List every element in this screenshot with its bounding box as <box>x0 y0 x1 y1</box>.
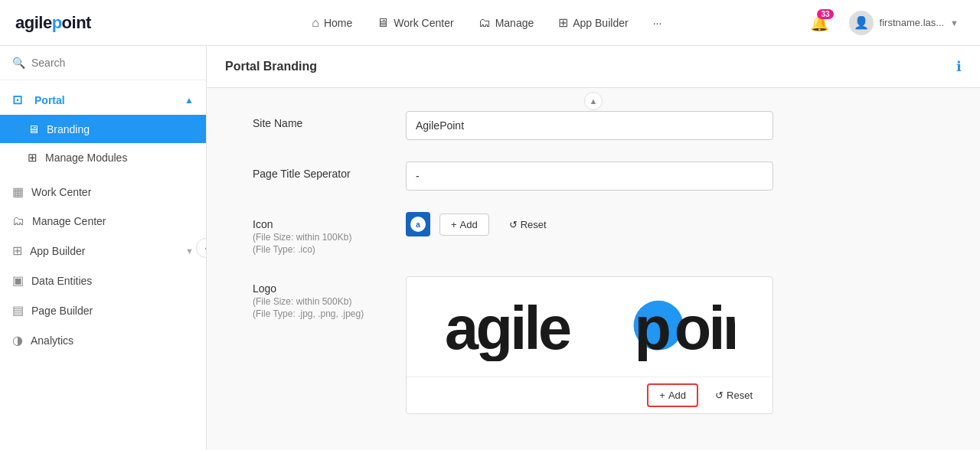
nav-right: 🔔 33 👤 firstname.las... ▼ <box>805 8 965 38</box>
site-name-label: Site Name <box>253 111 390 129</box>
notification-badge: 33 <box>817 9 833 19</box>
page-title-sep-row: Page Title Seperator <box>253 161 850 191</box>
icon-file-type: (File Type: .ico) <box>253 244 315 255</box>
modules-icon: ⊞ <box>28 151 38 165</box>
portal-icon: ⊡ <box>12 93 22 107</box>
chevron-down-icon: ▼ <box>950 18 959 28</box>
icon-controls: a + Add ↺ Reset <box>406 212 557 236</box>
nav-home[interactable]: ⌂ Home <box>301 10 363 36</box>
grid-icon: ⊞ <box>558 15 568 30</box>
user-menu[interactable]: 👤 firstname.las... ▼ <box>843 8 965 38</box>
sidebar-item-branding[interactable]: 🖥 Branding <box>0 115 206 143</box>
page-title-sep-input[interactable] <box>406 161 773 191</box>
nav-home-label: Home <box>324 17 352 29</box>
site-name-input[interactable] <box>406 111 773 140</box>
search-icon: 🔍 <box>12 57 25 69</box>
icon-row: Icon (File Size: within 100Kb) (File Typ… <box>253 212 850 255</box>
sidebar: 🔍 ⊡ Portal ▲ 🖥 Branding ⊞ Manage Modules <box>0 46 207 450</box>
icon-preview-inner: a <box>410 217 426 232</box>
work-center-icon: ▦ <box>12 184 24 199</box>
logo-image-area: agile p oint <box>407 277 773 377</box>
logo-reset-label: Reset <box>727 390 753 401</box>
logo-actions: + Add ↺ Reset <box>407 377 773 413</box>
chevron-up-icon: ▲ <box>185 95 194 106</box>
logo-file-size: (File Size: within 500Kb) <box>253 296 351 307</box>
manage-center-label: Manage Center <box>32 215 106 227</box>
nav-center: ⌂ Home 🖥 Work Center 🗂 Manage ⊞ App Buil… <box>168 9 805 36</box>
sidebar-portal-group[interactable]: ⊡ Portal ▲ <box>0 85 206 115</box>
reset-icon: ↺ <box>509 219 518 230</box>
content-area: ▲ Portal Branding ℹ Site Name Page Title… <box>207 46 980 450</box>
chevron-down-icon: ▼ <box>185 246 194 256</box>
logo-reset-button[interactable]: ↺ Reset <box>704 385 763 406</box>
work-center-label: Work Center <box>31 186 91 198</box>
nav-work-center-label: Work Center <box>394 17 453 29</box>
site-name-row: Site Name <box>253 111 850 140</box>
briefcase-icon: 🗂 <box>479 16 491 30</box>
app-logo[interactable]: agilepoint <box>15 13 168 33</box>
data-entities-label: Data Entities <box>31 275 92 287</box>
app-builder-icon: ⊞ <box>12 243 22 258</box>
main-layout: 🔍 ⊡ Portal ▲ 🖥 Branding ⊞ Manage Modules <box>0 46 980 450</box>
sidebar-item-work-center[interactable]: ▦ Work Center <box>0 177 206 207</box>
nav-more-label: ··· <box>653 17 662 29</box>
analytics-icon: ◑ <box>12 333 23 347</box>
sidebar-item-data-entities[interactable]: ▣ Data Entities <box>0 266 206 295</box>
logo-label: Logo (File Size: within 500Kb) (File Typ… <box>253 276 390 319</box>
icon-reset-label: Reset <box>521 219 547 230</box>
svg-text:oint: oint <box>675 294 735 361</box>
nav-app-builder[interactable]: ⊞ App Builder <box>547 9 639 36</box>
avatar-icon: 👤 <box>854 15 869 30</box>
icon-label: Icon (File Size: within 100Kb) (File Typ… <box>253 212 390 255</box>
icon-add-label: Add <box>460 219 478 230</box>
logo-file-type: (File Type: .jpg, .png, .jpeg) <box>253 308 364 319</box>
page-builder-icon: ▤ <box>12 303 24 318</box>
logo-row: Logo (File Size: within 500Kb) (File Typ… <box>253 276 850 414</box>
logo-add-button[interactable]: + Add <box>647 383 698 407</box>
home-icon: ⌂ <box>312 16 319 30</box>
sidebar-item-analytics[interactable]: ◑ Analytics <box>0 325 206 355</box>
nav-manage-label: Manage <box>495 17 534 29</box>
app-builder-label: App Builder <box>30 245 85 257</box>
logo-preview-box: agile p oint + Add ↺ Rese <box>406 276 773 414</box>
svg-text:p: p <box>635 294 670 361</box>
icon-add-button[interactable]: + Add <box>439 214 489 236</box>
page-title: Portal Branding <box>225 60 317 73</box>
notification-button[interactable]: 🔔 33 <box>805 9 834 37</box>
nav-more[interactable]: ··· <box>642 11 673 35</box>
branding-label: Branding <box>47 123 90 135</box>
monitor-icon: 🖥 <box>377 16 389 30</box>
sidebar-item-manage-center[interactable]: 🗂 Manage Center <box>0 207 206 236</box>
form-area: Site Name Page Title Seperator Icon (Fil… <box>207 88 896 450</box>
top-nav: agilepoint ⌂ Home 🖥 Work Center 🗂 Manage… <box>0 0 980 46</box>
search-box: 🔍 <box>0 46 206 80</box>
nav-work-center[interactable]: 🖥 Work Center <box>366 10 464 36</box>
manage-center-icon: 🗂 <box>12 214 24 228</box>
collapse-top-button[interactable]: ▲ <box>584 92 603 110</box>
logo-add-label: Add <box>668 390 686 401</box>
plus-icon: + <box>659 390 665 401</box>
page-title-sep-label: Page Title Seperator <box>253 161 390 180</box>
nav-app-builder-label: App Builder <box>573 17 628 29</box>
icon-preview: a <box>406 212 430 236</box>
sidebar-item-app-builder[interactable]: ⊞ App Builder ▼ <box>0 236 206 266</box>
analytics-label: Analytics <box>31 334 74 347</box>
search-input[interactable] <box>31 57 194 69</box>
manage-modules-label: Manage Modules <box>45 152 127 164</box>
svg-text:agile: agile <box>445 294 570 361</box>
branding-icon: 🖥 <box>28 122 39 135</box>
sidebar-item-page-builder[interactable]: ▤ Page Builder <box>0 295 206 325</box>
info-icon[interactable]: ℹ <box>956 58 962 75</box>
sidebar-portal-section: ⊡ Portal ▲ 🖥 Branding ⊞ Manage Modules <box>0 80 206 177</box>
user-name: firstname.las... <box>880 17 945 28</box>
icon-reset-button[interactable]: ↺ Reset <box>498 214 557 235</box>
reset-icon: ↺ <box>715 390 724 401</box>
sidebar-item-manage-modules[interactable]: ⊞ Manage Modules <box>0 143 206 172</box>
plus-icon: + <box>451 219 457 230</box>
nav-manage[interactable]: 🗂 Manage <box>468 10 545 36</box>
page-builder-label: Page Builder <box>31 305 93 317</box>
icon-file-size: (File Size: within 100Kb) <box>253 232 351 243</box>
portal-group-label: Portal <box>34 94 65 106</box>
data-entities-icon: ▣ <box>12 273 24 288</box>
agilepoint-logo-svg: agile p oint <box>444 292 735 361</box>
